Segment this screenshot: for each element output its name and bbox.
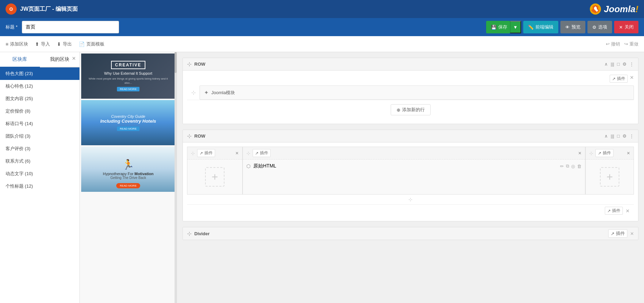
add-row-button[interactable]: ⊕ 添加新的行 [391, 104, 431, 115]
creative-title: Why Use External It Support [104, 71, 152, 75]
row2-settings-btn[interactable]: ⚙ [622, 133, 627, 139]
sidebar-item-dynamic-text[interactable]: 动态文字 (10) [0, 167, 79, 180]
content-area: ⊹ ROW ∧ ||| □ ⚙ ⋮ ↗ 插件 ✕ [177, 52, 644, 303]
frontend-edit-button[interactable]: ✏️ 前端编辑 [523, 21, 558, 33]
import-button[interactable]: ⬆ 导入 [35, 41, 50, 47]
toolbar: 标题 * 💾 保存 ▼ ✏️ 前端编辑 👁 预览 ⚙ 选项 ✕ 关闭 [0, 18, 644, 36]
col3-add-icon[interactable]: + [600, 167, 619, 187]
col2-drag-icon[interactable]: ⊹ [246, 150, 251, 156]
col1-insert-btn[interactable]: ↗ 插件 [197, 149, 215, 157]
sidebar-item-contact[interactable]: 联系方式 (6) [0, 155, 79, 167]
preview-icon: 👁 [565, 25, 570, 30]
row2-drag-icon[interactable]: ⊹ [187, 133, 192, 139]
row1-header-left: ⊹ ROW [187, 61, 205, 67]
export-button[interactable]: ⬇ 导出 [57, 41, 72, 47]
main-area: 区块库 我的区块 ✕ 特色大图 (23) 核心特色 (12) 图文内容 (25)… [0, 52, 644, 303]
row1-inner: ⊹ ✦ Joomla模块 [187, 85, 634, 100]
thumb-hypno[interactable]: 🏃 Hypnotherapy For Motivation Getting Th… [81, 147, 175, 192]
actionbar-left: ≡ 添加区块 ⬆ 导入 ⬇ 导出 📄 页面模板 [6, 41, 104, 47]
col1-add-icon[interactable]: + [205, 167, 224, 187]
edit-icon[interactable]: ✏ [560, 164, 564, 169]
row-block-2: ⊹ ROW ∧ ||| □ ⚙ ⋮ ⊹ [183, 130, 638, 221]
sidebar-tabs: 区块库 我的区块 ✕ [0, 52, 79, 67]
row2-col1: ⊹ ↗ 插件 ✕ + [187, 147, 243, 195]
col3-insert-btn[interactable]: ↗ 插件 [595, 149, 613, 157]
thumb-creative[interactable]: CREATIVE Why Use External It Support Whi… [81, 54, 175, 99]
divider-insert-icon: ↗ [611, 231, 615, 236]
sidebar-close-button[interactable]: ✕ [72, 56, 76, 61]
add-row-plus-icon: ⊕ [397, 107, 400, 113]
row1-layout-btn[interactable]: □ [617, 62, 620, 67]
row2-collapse-btn[interactable]: ∧ [604, 133, 608, 139]
sidebar-item-core[interactable]: 核心特色 (12) [0, 80, 79, 92]
preview-button[interactable]: 👁 预览 [560, 21, 585, 33]
row2-header: ⊹ ROW ∧ ||| □ ⚙ ⋮ [183, 130, 638, 142]
row2-col1-header: ⊹ ↗ 插件 ✕ [187, 147, 242, 159]
tab-block-library[interactable]: 区块库 [0, 52, 40, 67]
thumbnail-area: CREATIVE Why Use External It Support Whi… [80, 52, 177, 303]
options-button[interactable]: ⚙ 选项 [587, 21, 612, 33]
thumbnail-scrollbar[interactable] [175, 52, 177, 303]
row1-insert-btn[interactable]: ↗ 插件 [610, 75, 628, 83]
col3-insert-icon: ↗ [598, 151, 601, 156]
undo-icon: ↩ [606, 41, 610, 47]
delete-icon[interactable]: 🗑 [577, 164, 582, 169]
undo-button[interactable]: ↩ 撤销 [606, 41, 620, 47]
sidebar-item-team[interactable]: 团队介绍 (3) [0, 130, 79, 142]
add-block-button[interactable]: ≡ 添加区块 [6, 41, 28, 47]
joomla-module-label: Joomla模块 [211, 90, 235, 96]
hypno-figure: 🏃 [122, 159, 134, 170]
row1-top-close[interactable]: ✕ [630, 75, 634, 83]
row2-layout-btn[interactable]: □ [617, 133, 620, 139]
gear-icon: ⚙ [592, 25, 596, 30]
toolbar-right: 💾 保存 ▼ ✏️ 前端编辑 👁 预览 ⚙ 选项 ✕ 关闭 [486, 21, 638, 33]
sidebar: 区块库 我的区块 ✕ 特色大图 (23) 核心特色 (12) 图文内容 (25)… [0, 52, 80, 303]
divider-insert-btn[interactable]: ↗ 插件 [608, 229, 627, 238]
sidebar-item-pricing[interactable]: 定价报价 (8) [0, 105, 79, 117]
divider-row: ⊹ Divider ↗ 插件 ✕ [183, 227, 638, 240]
col1-drag-icon[interactable]: ⊹ [191, 150, 195, 156]
row2-label: ROW [194, 133, 205, 139]
row1-drag-icon[interactable]: ⊹ [187, 61, 192, 67]
col3-drag-icon[interactable]: ⊹ [589, 150, 593, 156]
col2-body: ⬡ 原始HTML ✏ ⧉ ◎ 🗑 [243, 159, 585, 194]
row2-more-btn[interactable]: ⋮ [629, 133, 634, 139]
row2-header-left: ⊹ ROW [187, 133, 205, 139]
title-input[interactable] [22, 21, 119, 33]
close-button[interactable]: ✕ 关闭 [614, 21, 638, 33]
row2-columns-btn[interactable]: ||| [611, 133, 614, 139]
row2-footer-insert-btn[interactable]: ↗ 插件 [605, 207, 623, 215]
thumb-coventry[interactable]: Coventry City Guide Including Coventry H… [81, 100, 175, 145]
divider-drag-icon[interactable]: ⊹ [187, 230, 192, 237]
divider-close-btn[interactable]: ✕ [630, 231, 634, 236]
copy-icon[interactable]: ⧉ [566, 163, 569, 169]
topbar-right: Joomla! [589, 3, 638, 15]
visible-icon[interactable]: ◎ [571, 164, 575, 169]
row1-settings-btn[interactable]: ⚙ [622, 62, 627, 67]
col1-body: + [187, 159, 242, 194]
page-template-button[interactable]: 📄 页面模板 [79, 41, 104, 47]
row2-bottom-drag[interactable]: ⊹ [187, 195, 634, 204]
row1-more-btn[interactable]: ⋮ [629, 62, 634, 67]
row1-columns-btn[interactable]: ||| [611, 62, 614, 67]
sidebar-item-slogan[interactable]: 标语口号 (14) [0, 117, 79, 130]
sidebar-item-testimonial[interactable]: 客户评价 (3) [0, 142, 79, 155]
row2-header-right: ∧ ||| □ ⚙ ⋮ [604, 133, 634, 139]
save-dropdown-button[interactable]: ▼ [510, 21, 521, 33]
col2-insert-btn[interactable]: ↗ 插件 [253, 149, 271, 157]
sidebar-item-image-text[interactable]: 图文内容 (25) [0, 92, 79, 105]
col3-close-icon[interactable]: ✕ [627, 151, 630, 156]
row1-header: ⊹ ROW ∧ ||| □ ⚙ ⋮ [183, 58, 638, 71]
export-icon: ⬇ [57, 41, 61, 47]
html-cell: ⬡ 原始HTML ✏ ⧉ ◎ 🗑 [246, 163, 582, 169]
row1-col-drag[interactable]: ⊹ [187, 85, 200, 100]
col1-close-icon[interactable]: ✕ [235, 151, 239, 156]
col2-close-icon[interactable]: ✕ [578, 151, 582, 156]
save-button[interactable]: 💾 保存 [486, 21, 510, 33]
sidebar-item-featured[interactable]: 特色大图 (23) [0, 67, 79, 80]
redo-button[interactable]: ↪ 重做 [624, 41, 638, 47]
sidebar-item-custom-title[interactable]: 个性标题 (12) [0, 180, 79, 193]
row2-footer-close[interactable]: ✕ [626, 208, 630, 214]
frontend-icon: ✏️ [528, 25, 534, 30]
row1-collapse-btn[interactable]: ∧ [604, 62, 608, 67]
